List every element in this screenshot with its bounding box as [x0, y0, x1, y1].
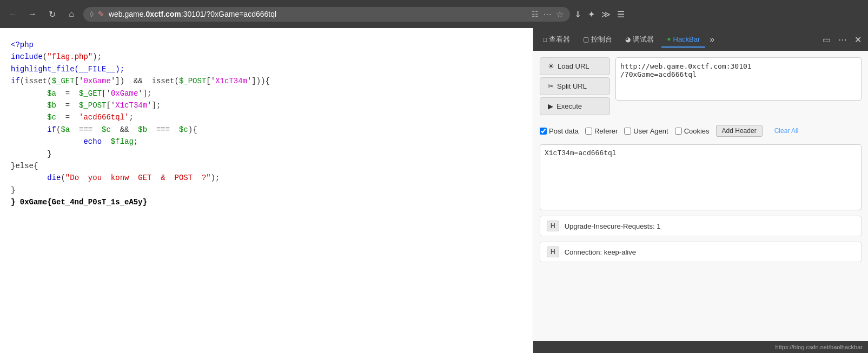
code-line-12: die("Do you konw GET & POST ?"); — [11, 172, 522, 184]
code-line-7: $c = 'acd666tql'; — [11, 111, 522, 123]
load-url-label: Load URL — [558, 62, 589, 70]
tab-debugger-label: 调试器 — [633, 35, 654, 44]
code-line-11: }else{ — [11, 160, 522, 172]
tab-inspector-label: 查看器 — [549, 35, 570, 44]
hackbar-dot-icon: ● — [667, 35, 671, 43]
shield-icon: ◊ — [90, 10, 94, 18]
code-line-3: highlight_file(__FILE__); — [11, 63, 522, 75]
code-line-10: } — [11, 148, 522, 160]
code-line-9: echo $flag; — [11, 136, 522, 148]
code-line-13: } — [11, 184, 522, 196]
tab-debugger[interactable]: ◕ 调试器 — [620, 31, 659, 48]
extensions-icon: ✦ — [588, 9, 595, 19]
tab-console[interactable]: ▢ 控制台 — [578, 31, 618, 48]
tab-hackbar[interactable]: ● HackBar — [661, 32, 705, 48]
forward-button[interactable]: → — [25, 6, 40, 22]
code-line-14: } 0xGame{Get_4nd_P0sT_1s_eA5y} — [11, 196, 522, 208]
split-url-label: Split URL — [557, 82, 587, 90]
post-data-checkbox-label[interactable]: Post data — [540, 127, 579, 135]
hackbar-content: ☀ Load URL ✂ Split URL ▶ Execute http://… — [533, 51, 868, 341]
reload-button[interactable]: ↻ — [44, 6, 59, 22]
code-line-8: if($a === $c && $b === $c){ — [11, 124, 522, 136]
execute-button[interactable]: ▶ Execute — [540, 97, 610, 115]
referer-checkbox[interactable] — [585, 128, 592, 135]
load-url-button[interactable]: ☀ Load URL — [540, 57, 610, 75]
tab-actions: ▭ ⋯ ✕ — [820, 32, 864, 47]
panel-close-button[interactable]: ✕ — [852, 32, 864, 47]
url-section: ☀ Load URL ✂ Split URL ▶ Execute http://… — [540, 57, 862, 117]
tab-more-chevron[interactable]: » — [710, 35, 714, 44]
post-data-section: X1cT34m=acd666tql — [540, 144, 862, 210]
url-input[interactable]: http://web.game.0xctf.com:30101 /?0xGame… — [615, 57, 862, 101]
code-line-6: $b = $_POST['X1cT34m']; — [11, 99, 522, 111]
hamburger-icon: ☰ — [617, 9, 625, 19]
code-line-2: include("flag.php"); — [11, 51, 522, 63]
bookmark-icon: ☆ — [556, 9, 564, 19]
cookies-label: Cookies — [684, 127, 710, 135]
post-data-checkbox[interactable] — [540, 128, 547, 135]
download-icon: ⇓ — [574, 9, 581, 19]
load-url-icon: ☀ — [548, 62, 554, 70]
options-row: Post data Referer User Agent Cookies Add… — [540, 123, 862, 139]
referer-label: Referer — [594, 127, 618, 135]
post-data-label: Post data — [549, 127, 579, 135]
address-bar[interactable]: ◊ ✎ web.game.0xctf.com:30101/?0xGame=acd… — [83, 7, 570, 22]
console-icon: ▢ — [583, 36, 589, 43]
panel-expand-button[interactable]: ▭ — [820, 32, 833, 47]
main-content: <?php include("flag.php"); highlight_fil… — [0, 28, 868, 353]
domain-bold: 0xctf.com — [145, 10, 181, 18]
more-icon: ⋯ — [543, 9, 552, 19]
execute-icon: ▶ — [548, 102, 553, 110]
more-menu-icon: ≫ — [601, 9, 611, 19]
debugger-icon: ◕ — [625, 36, 631, 43]
inspector-icon: □ — [543, 36, 547, 43]
add-header-button[interactable]: Add Header — [716, 125, 763, 137]
referer-checkbox-label[interactable]: Referer — [585, 127, 618, 135]
split-url-icon: ✂ — [548, 82, 554, 90]
hackbar-tabs: □ 查看器 ▢ 控制台 ◕ 调试器 ● HackBar » ▭ ⋯ ✕ — [533, 28, 868, 51]
tab-hackbar-label: HackBar — [673, 35, 700, 43]
code-line-4: if(isset($_GET['0xGame']) && isset($_POS… — [11, 75, 522, 87]
user-agent-checkbox[interactable] — [624, 128, 631, 135]
execute-label: Execute — [556, 102, 582, 110]
tab-inspector[interactable]: □ 查看器 — [538, 31, 575, 48]
post-data-input[interactable]: X1cT34m=acd666tql — [545, 149, 857, 203]
clear-all-button[interactable]: Clear All — [769, 125, 804, 136]
code-line-1: <?php — [11, 39, 522, 51]
user-agent-label: User Agent — [633, 127, 668, 135]
back-button[interactable]: ← — [5, 6, 21, 22]
cookies-checkbox[interactable] — [675, 128, 682, 135]
home-button[interactable]: ⌂ — [64, 6, 79, 22]
browser-chrome: ← → ↻ ⌂ ◊ ✎ web.game.0xctf.com:30101/?0x… — [0, 0, 868, 28]
status-url: https://hlog.csdn.net/baolhackbar — [776, 344, 863, 350]
header-value-0: Upgrade-Insecure-Requests: 1 — [565, 222, 661, 230]
code-line-5: $a = $_GET['0xGame']; — [11, 88, 522, 99]
split-url-button[interactable]: ✂ Split URL — [540, 77, 610, 95]
edit-icon: ✎ — [98, 10, 104, 18]
header-badge-0: H — [547, 221, 559, 231]
tab-console-label: 控制台 — [591, 35, 612, 44]
header-row-0: H Upgrade-Insecure-Requests: 1 — [540, 216, 862, 236]
header-value-1: Connection: keep-alive — [565, 248, 636, 256]
address-text: web.game.0xctf.com:30101/?0xGame=acd666t… — [109, 10, 527, 18]
url-buttons: ☀ Load URL ✂ Split URL ▶ Execute — [540, 57, 610, 117]
hackbar-panel: □ 查看器 ▢ 控制台 ◕ 调试器 ● HackBar » ▭ ⋯ ✕ — [533, 28, 868, 353]
user-agent-checkbox-label[interactable]: User Agent — [624, 127, 668, 135]
browser-right-icons: ⇓ ✦ ≫ ☰ — [574, 9, 625, 19]
panel-more-button[interactable]: ⋯ — [836, 32, 849, 47]
grid-icon: ☷ — [532, 10, 539, 18]
cookies-checkbox-label[interactable]: Cookies — [675, 127, 710, 135]
header-row-1: H Connection: keep-alive — [540, 242, 862, 262]
header-badge-1: H — [547, 247, 559, 257]
code-panel: <?php include("flag.php"); highlight_fil… — [0, 28, 533, 353]
status-bar: https://hlog.csdn.net/baolhackbar — [533, 341, 868, 353]
